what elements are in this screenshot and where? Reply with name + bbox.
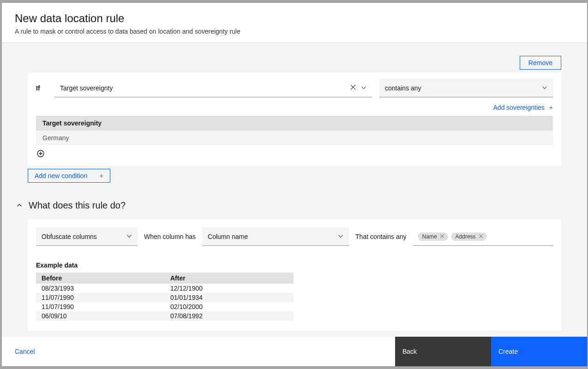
example-data-table: Before After 08/23/1993 12/12/1900 11/07…: [36, 273, 294, 321]
tag-input[interactable]: Name Address: [413, 227, 553, 246]
sovereignty-table: Target sovereignity Germany: [36, 116, 553, 145]
modal-header: New data location rule A rule to mask or…: [2, 3, 587, 43]
action-select[interactable]: Obfuscate columns: [36, 227, 138, 246]
chevron-down-icon[interactable]: [338, 233, 343, 240]
chevron-down-icon[interactable]: [126, 233, 132, 240]
tag-name[interactable]: Name: [418, 232, 448, 241]
modal-subtitle: A rule to mask or control access to data…: [15, 28, 574, 35]
add-new-condition-button[interactable]: Add new condition +: [28, 169, 110, 183]
add-new-condition-label: Add new condition: [35, 172, 87, 179]
sovereignty-table-value: Germany: [36, 131, 553, 145]
cancel-button[interactable]: Cancel: [2, 337, 48, 366]
table-row: 06/09/10 07/08/1992: [36, 311, 294, 321]
close-icon[interactable]: [440, 233, 444, 240]
tag-address[interactable]: Address: [451, 232, 487, 241]
column-select[interactable]: Column name: [202, 227, 349, 246]
operator-select[interactable]: contains any: [379, 79, 553, 97]
chevron-down-icon[interactable]: [361, 84, 366, 92]
add-sovereignties-link[interactable]: Add sovereignties +: [493, 104, 553, 111]
modal-body[interactable]: Remove If Target sovereignty: [2, 43, 587, 337]
create-button[interactable]: Create: [491, 337, 587, 366]
operator-value: contains any: [385, 84, 542, 92]
cell-after: 07/08/1992: [165, 311, 294, 321]
cell-after: 02/10/2000: [165, 302, 294, 311]
tag-label: Name: [422, 233, 437, 240]
table-header-row: Before After: [36, 273, 294, 284]
cell-before: 11/07/1990: [36, 293, 165, 302]
add-row-button[interactable]: [36, 150, 553, 159]
condition-card: If Target sovereignty contains any: [28, 72, 561, 166]
clear-icon[interactable]: [350, 84, 356, 92]
column-before: Before: [36, 273, 165, 284]
close-icon[interactable]: [479, 233, 483, 240]
target-sovereignty-select[interactable]: Target sovereignty: [54, 79, 372, 97]
when-column-label: When column has: [144, 233, 196, 240]
sovereignty-table-header: Target sovereignity: [36, 116, 553, 131]
modal-footer: Cancel Back Create: [2, 337, 587, 366]
back-button[interactable]: Back: [395, 337, 491, 366]
example-data-title: Example data: [36, 262, 553, 269]
target-sovereignty-value: Target sovereignty: [60, 84, 350, 92]
example-data-card: Example data Before After 08/23/1993 12/…: [28, 254, 561, 331]
if-label: If: [36, 84, 47, 92]
cell-before: 08/23/1993: [36, 284, 165, 293]
chevron-down-icon[interactable]: [542, 84, 547, 92]
table-row: 11/07/1990 02/10/2000: [36, 302, 294, 311]
cell-after: 01/01/1934: [165, 293, 294, 302]
action-select-value: Obfuscate columns: [42, 233, 126, 240]
action-card: Obfuscate columns When column has Column…: [28, 219, 561, 254]
contains-any-label: That contains any: [355, 233, 407, 240]
table-row: 08/23/1993 12/12/1900: [36, 284, 294, 293]
modal-dialog: New data location rule A rule to mask or…: [2, 3, 587, 366]
section-title: What does this rule do?: [29, 200, 126, 211]
chevron-up-icon[interactable]: [17, 202, 22, 209]
remove-button[interactable]: Remove: [520, 56, 561, 70]
modal-title: New data location rule: [15, 12, 574, 25]
add-sovereignties-label: Add sovereignties: [493, 104, 545, 111]
table-row: 11/07/1990 01/01/1934: [36, 293, 294, 302]
cell-before: 11/07/1990: [36, 302, 165, 311]
tag-label: Address: [456, 233, 476, 240]
plus-icon: +: [99, 172, 103, 179]
cell-before: 06/09/10: [36, 311, 165, 321]
plus-icon: +: [549, 104, 553, 111]
cell-after: 12/12/1900: [165, 284, 294, 293]
column-select-value: Column name: [208, 233, 338, 240]
column-after: After: [165, 273, 294, 284]
